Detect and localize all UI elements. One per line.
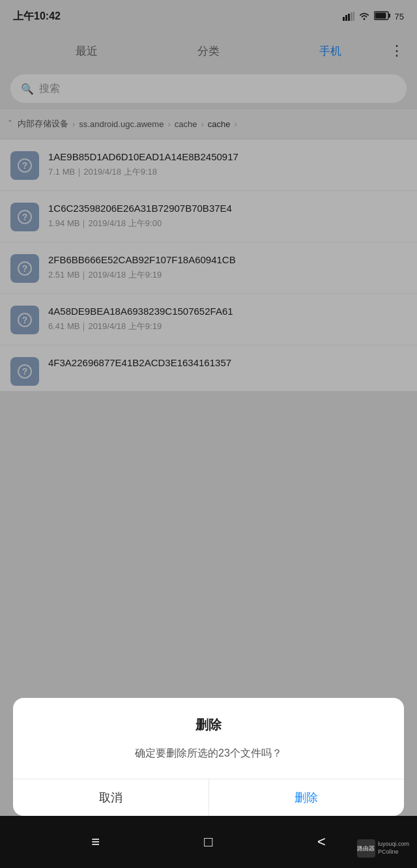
bottom-nav-bar: ≡ □ < 路由器 luyouqi.com PColine <box>0 816 417 868</box>
brand-logo: 路由器 luyouqi.com PColine <box>357 839 409 858</box>
dialog-message: 确定要删除所选的23个文件吗？ <box>13 742 404 779</box>
recents-button[interactable]: □ <box>204 833 212 850</box>
dialog-buttons: 取消 删除 <box>13 779 404 816</box>
dialog-title: 删除 <box>13 698 404 742</box>
cancel-button[interactable]: 取消 <box>13 779 209 816</box>
back-button[interactable]: < <box>317 833 326 850</box>
dialog-overlay: 删除 确定要删除所选的23个文件吗？ 取消 删除 <box>0 0 417 868</box>
logo-text: luyouqi.com PColine <box>378 841 409 856</box>
delete-dialog: 删除 确定要删除所选的23个文件吗？ 取消 删除 <box>13 698 404 816</box>
confirm-delete-button[interactable]: 删除 <box>209 779 405 816</box>
home-button[interactable]: ≡ <box>91 833 100 850</box>
